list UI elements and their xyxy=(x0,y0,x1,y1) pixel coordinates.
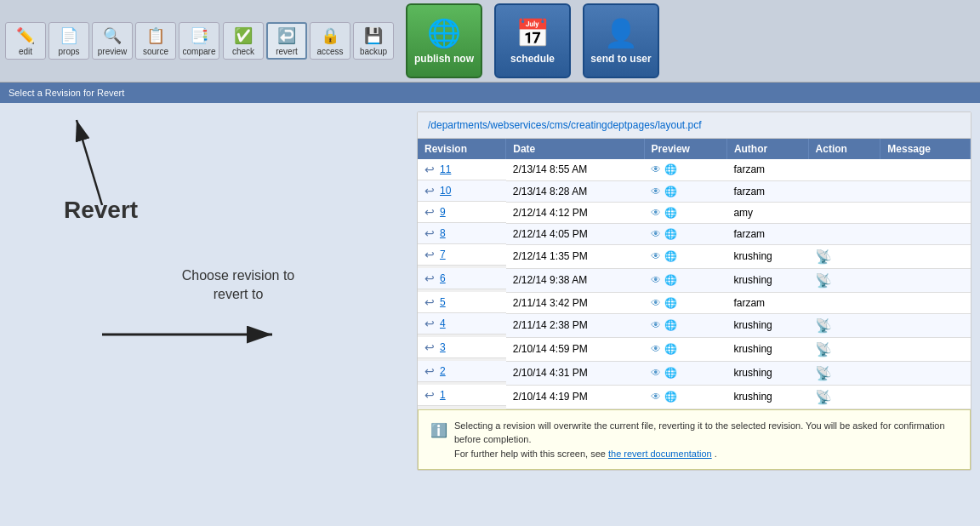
table-row[interactable]: ↩112/13/14 8:55 AM👁🌐farzam xyxy=(418,159,971,180)
table-row[interactable]: ↩32/10/14 4:59 PM👁🌐krushing📡 xyxy=(418,337,971,361)
revert-row-icon: ↩ xyxy=(424,272,435,285)
revision-number-link[interactable]: 1 xyxy=(440,389,446,401)
revision-number-link[interactable]: 5 xyxy=(440,296,446,308)
edit-button[interactable]: ✏️ edit xyxy=(5,22,46,60)
rev-icon-cell: ↩6 xyxy=(418,268,506,289)
preview-live-icon[interactable]: 🌐 xyxy=(664,367,677,379)
table-row[interactable]: ↩102/13/14 8:28 AM👁🌐farzam xyxy=(418,180,971,202)
choose-arrow-svg xyxy=(85,313,289,356)
preview-eye-icon[interactable]: 👁 xyxy=(651,367,661,379)
preview-eye-icon[interactable]: 👁 xyxy=(651,207,661,219)
preview-live-icon[interactable]: 🌐 xyxy=(664,228,677,240)
preview-live-icon[interactable]: 🌐 xyxy=(664,163,677,175)
revision-number-link[interactable]: 3 xyxy=(440,341,446,353)
revision-number-link[interactable]: 9 xyxy=(440,206,446,218)
props-button[interactable]: 📄 props xyxy=(48,22,89,60)
svg-line-1 xyxy=(77,120,102,205)
backup-button[interactable]: 💾 backup xyxy=(353,22,394,60)
preview-eye-icon[interactable]: 👁 xyxy=(651,250,661,262)
preview-live-icon[interactable]: 🌐 xyxy=(664,274,677,286)
rev-icon-cell: ↩5 xyxy=(418,292,506,313)
rev-author: krushing xyxy=(726,337,808,361)
preview-live-icon[interactable]: 🌐 xyxy=(664,343,677,355)
revision-number-link[interactable]: 11 xyxy=(440,163,451,175)
publish-now-button[interactable]: 🌐 publish now xyxy=(406,3,482,78)
rev-author: krushing xyxy=(726,313,808,337)
rev-author: farzam xyxy=(726,223,808,244)
preview-live-icon[interactable]: 🌐 xyxy=(664,186,677,197)
rev-action: 📡 xyxy=(808,385,880,409)
rev-author: krushing xyxy=(726,361,808,385)
rev-date: 2/12/14 4:05 PM xyxy=(506,223,644,244)
table-row[interactable]: ↩62/12/14 9:38 AM👁🌐krushing📡 xyxy=(418,268,971,292)
schedule-button[interactable]: 📅 schedule xyxy=(494,3,571,78)
revert-row-icon: ↩ xyxy=(424,163,435,176)
table-header-row: Revision Date Preview Author Action Mess… xyxy=(418,139,971,159)
preview-eye-icon[interactable]: 👁 xyxy=(651,319,661,331)
col-date: Date xyxy=(506,139,644,159)
preview-live-icon[interactable]: 🌐 xyxy=(664,319,677,331)
revision-number-link[interactable]: 7 xyxy=(440,249,446,260)
action-icon: 📡 xyxy=(815,390,832,404)
table-row[interactable]: ↩82/12/14 4:05 PM👁🌐farzam xyxy=(418,223,971,244)
preview-live-icon[interactable]: 🌐 xyxy=(664,207,677,219)
preview-eye-icon[interactable]: 👁 xyxy=(651,274,661,286)
status-bar: Select a Revision for Revert xyxy=(0,83,980,103)
source-icon: 📋 xyxy=(146,26,165,45)
col-message: Message xyxy=(880,139,971,159)
info-icon: ℹ️ xyxy=(430,420,447,461)
props-icon: 📄 xyxy=(60,26,78,45)
preview-eye-icon[interactable]: 👁 xyxy=(651,163,661,175)
table-row[interactable]: ↩12/10/14 4:19 PM👁🌐krushing📡 xyxy=(418,385,971,409)
source-button[interactable]: 📋 source xyxy=(135,22,176,60)
preview-eye-icon[interactable]: 👁 xyxy=(651,297,661,309)
rev-date: 2/12/14 9:38 AM xyxy=(506,268,644,292)
rev-action xyxy=(808,202,880,223)
table-row[interactable]: ↩72/12/14 1:35 PM👁🌐krushing📡 xyxy=(418,244,971,268)
preview-eye-icon[interactable]: 👁 xyxy=(651,391,661,403)
table-row[interactable]: ↩92/12/14 4:12 PM👁🌐amy xyxy=(418,202,971,223)
preview-eye-icon[interactable]: 👁 xyxy=(651,343,661,355)
rev-icon-cell: ↩7 xyxy=(418,244,506,266)
rev-action: 📡 xyxy=(808,313,880,337)
table-row[interactable]: ↩42/11/14 2:38 PM👁🌐krushing📡 xyxy=(418,313,971,337)
rev-date: 2/10/14 4:31 PM xyxy=(506,361,644,385)
send-to-user-button[interactable]: 👤 send to user xyxy=(583,3,659,78)
check-button[interactable]: ✅ check xyxy=(223,22,264,60)
revert-row-icon: ↩ xyxy=(424,248,435,261)
preview-eye-icon[interactable]: 👁 xyxy=(651,228,661,240)
col-author: Author xyxy=(726,139,808,159)
status-text: Select a Revision for Revert xyxy=(9,88,124,98)
rev-author: krushing xyxy=(726,385,808,409)
revision-number-link[interactable]: 2 xyxy=(440,365,446,377)
table-row[interactable]: ↩22/10/14 4:31 PM👁🌐krushing📡 xyxy=(418,361,971,385)
rev-preview: 👁🌐 xyxy=(644,159,726,180)
revert-button[interactable]: ↩️ revert xyxy=(266,22,307,60)
rev-icon-cell: ↩2 xyxy=(418,361,506,382)
revision-number-link[interactable]: 4 xyxy=(440,317,446,329)
revert-doc-link[interactable]: the revert documentation xyxy=(608,449,712,459)
rev-preview: 👁🌐 xyxy=(644,202,726,223)
rev-preview: 👁🌐 xyxy=(644,361,726,385)
right-panel: /departments/webservices/cms/creatingdep… xyxy=(408,103,980,526)
revert-row-icon: ↩ xyxy=(424,205,435,219)
preview-button[interactable]: 🔍 preview xyxy=(92,22,133,60)
compare-button[interactable]: 📑 compare xyxy=(179,22,219,60)
preview-live-icon[interactable]: 🌐 xyxy=(664,250,677,262)
file-path: /departments/webservices/cms/creatingdep… xyxy=(418,112,971,139)
toolbar-group-1: ✏️ edit 📄 props 🔍 preview 📋 source 📑 com… xyxy=(5,22,219,60)
access-button[interactable]: 🔒 access xyxy=(310,22,350,60)
rev-date: 2/13/14 8:55 AM xyxy=(506,159,644,180)
access-icon: 🔒 xyxy=(321,26,339,45)
rev-date: 2/12/14 4:12 PM xyxy=(506,202,644,223)
preview-live-icon[interactable]: 🌐 xyxy=(664,297,677,309)
preview-eye-icon[interactable]: 👁 xyxy=(651,186,661,197)
rev-preview: 👁🌐 xyxy=(644,313,726,337)
table-row[interactable]: ↩52/11/14 3:42 PM👁🌐farzam xyxy=(418,292,971,313)
preview-live-icon[interactable]: 🌐 xyxy=(664,391,677,403)
revision-container: /departments/webservices/cms/creatingdep… xyxy=(417,111,971,471)
rev-message xyxy=(880,244,971,268)
revision-number-link[interactable]: 6 xyxy=(440,272,446,284)
revision-number-link[interactable]: 10 xyxy=(440,185,451,197)
revision-number-link[interactable]: 8 xyxy=(440,227,446,239)
